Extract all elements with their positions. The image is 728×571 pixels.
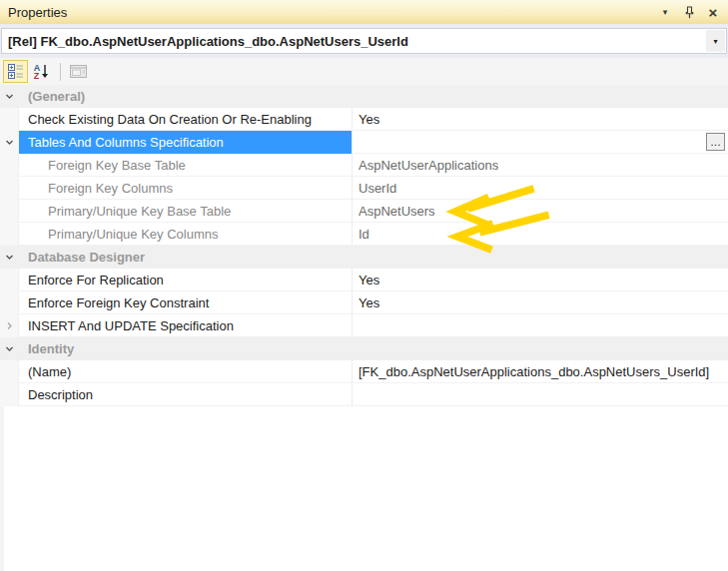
- ellipsis-button[interactable]: …: [706, 133, 725, 151]
- property-row[interactable]: Foreign Key ColumnsUserId: [0, 177, 728, 200]
- toolbar-separator: [60, 63, 61, 81]
- property-label: Foreign Key Columns: [19, 177, 352, 200]
- category-label: (General): [19, 85, 728, 108]
- category-row[interactable]: (General): [0, 85, 728, 108]
- categorized-icon: [8, 64, 24, 79]
- property-pages-button[interactable]: [66, 60, 91, 83]
- row-gutter: [0, 383, 19, 406]
- row-gutter: [0, 154, 19, 177]
- properties-panel: Properties ▾ × [Rel] FK_dbo.AspNetUserAp…: [0, 0, 728, 571]
- property-label: INSERT And UPDATE Specification: [19, 314, 352, 337]
- row-gutter: [0, 291, 19, 314]
- left-edge-strip: [0, 406, 4, 571]
- properties-toolbar: AZ: [0, 58, 728, 85]
- chevron-down-icon: ▾: [663, 7, 668, 17]
- pin-icon: [684, 6, 695, 19]
- property-row[interactable]: Primary/Unique Key ColumnsId: [0, 223, 728, 246]
- alphabetical-sort-button[interactable]: AZ: [29, 60, 54, 83]
- close-button[interactable]: ×: [704, 3, 722, 21]
- chevron-down-icon[interactable]: [5, 344, 14, 353]
- property-label: Primary/Unique Key Columns: [19, 223, 352, 246]
- alphabetical-sort-icon: AZ: [34, 64, 50, 80]
- row-gutter: [0, 269, 19, 291]
- chevron-down-icon: ▾: [713, 37, 717, 46]
- row-gutter: [0, 314, 19, 337]
- property-label: (Name): [19, 360, 352, 383]
- property-value[interactable]: Id: [352, 223, 728, 246]
- property-label: Primary/Unique Key Base Table: [19, 200, 352, 223]
- object-selector-combobox[interactable]: [Rel] FK_dbo.AspNetUserApplications_dbo.…: [1, 28, 727, 54]
- property-value[interactable]: UserId: [352, 177, 728, 200]
- property-row[interactable]: INSERT And UPDATE Specification: [0, 314, 728, 337]
- property-row[interactable]: Foreign Key Base TableAspNetUserApplicat…: [0, 154, 728, 177]
- selected-object-label: [Rel] FK_dbo.AspNetUserApplications_dbo.…: [2, 34, 705, 49]
- panel-titlebar: Properties ▾ ×: [0, 0, 728, 24]
- category-row[interactable]: Database Designer: [0, 246, 728, 269]
- property-value[interactable]: [FK_dbo.AspNetUserApplications_dbo.AspNe…: [352, 360, 728, 383]
- property-row[interactable]: Enforce Foreign Key ConstraintYes: [0, 291, 728, 314]
- row-gutter: [0, 85, 19, 108]
- property-row[interactable]: Check Existing Data On Creation Or Re-En…: [0, 108, 728, 131]
- property-label: Tables And Columns Specification: [19, 131, 352, 154]
- row-gutter: [0, 223, 19, 246]
- category-label: Identity: [19, 337, 728, 360]
- property-value[interactable]: Yes: [352, 108, 728, 131]
- pin-button[interactable]: [680, 3, 698, 21]
- property-value[interactable]: AspNetUserApplications: [352, 154, 728, 177]
- property-value[interactable]: [352, 383, 728, 406]
- panel-title: Properties: [8, 5, 650, 20]
- property-row[interactable]: Primary/Unique Key Base TableAspNetUsers: [0, 200, 728, 223]
- close-icon: ×: [709, 5, 718, 20]
- chevron-down-icon[interactable]: [5, 138, 14, 147]
- property-row[interactable]: Tables And Columns Specification…: [0, 131, 728, 154]
- row-gutter: [0, 177, 19, 200]
- row-gutter: [0, 337, 19, 360]
- property-label: Foreign Key Base Table: [19, 154, 352, 177]
- property-grid: (General)Check Existing Data On Creation…: [0, 85, 728, 406]
- property-value[interactable]: Yes: [352, 291, 728, 314]
- window-position-button[interactable]: ▾: [656, 3, 674, 21]
- selector-strip: [Rel] FK_dbo.AspNetUserApplications_dbo.…: [0, 24, 728, 58]
- property-pages-icon: [70, 65, 87, 78]
- categorized-button[interactable]: [3, 60, 28, 83]
- property-value[interactable]: Yes: [352, 269, 728, 291]
- down-arrow-icon: [41, 64, 49, 79]
- chevron-down-icon[interactable]: [5, 253, 14, 262]
- property-value[interactable]: AspNetUsers: [352, 200, 728, 223]
- row-gutter: [0, 246, 19, 269]
- combobox-dropdown-button[interactable]: ▾: [706, 30, 725, 52]
- chevron-right-icon[interactable]: [5, 321, 14, 330]
- row-gutter: [0, 360, 19, 383]
- property-value[interactable]: …: [352, 131, 728, 154]
- grid-empty-area: [0, 406, 728, 571]
- row-gutter: [0, 131, 19, 154]
- property-label: Description: [19, 383, 352, 406]
- category-label: Database Designer: [19, 246, 728, 269]
- property-label: Enforce For Replication: [19, 269, 352, 291]
- property-row[interactable]: Description: [0, 383, 728, 406]
- row-gutter: [0, 108, 19, 131]
- property-row[interactable]: (Name)[FK_dbo.AspNetUserApplications_dbo…: [0, 360, 728, 383]
- property-label: Check Existing Data On Creation Or Re-En…: [19, 108, 352, 131]
- row-gutter: [0, 200, 19, 223]
- property-value[interactable]: [352, 314, 728, 337]
- property-row[interactable]: Enforce For ReplicationYes: [0, 269, 728, 291]
- property-label: Enforce Foreign Key Constraint: [19, 291, 352, 314]
- category-row[interactable]: Identity: [0, 337, 728, 360]
- chevron-down-icon[interactable]: [5, 92, 14, 101]
